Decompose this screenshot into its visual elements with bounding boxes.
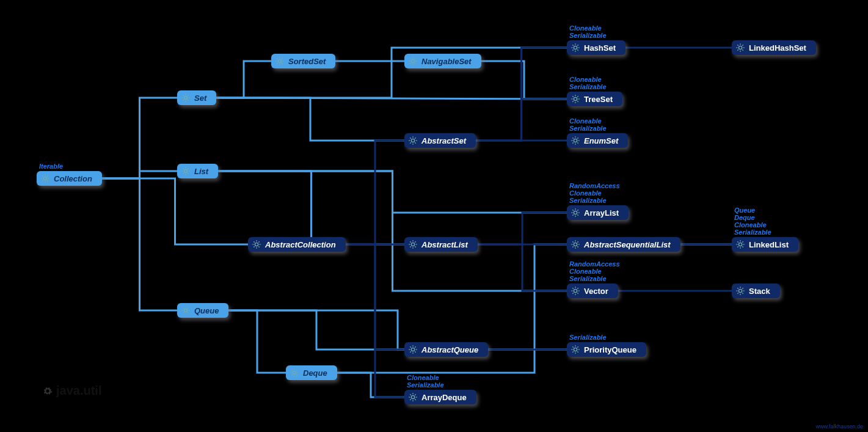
node-treeset[interactable]: TreeSet <box>567 92 622 106</box>
node-enumset[interactable]: EnumSet <box>567 133 628 148</box>
node-list[interactable]: List <box>177 164 218 178</box>
svg-line-32 <box>183 307 183 308</box>
svg-point-54 <box>255 243 258 246</box>
gear-icon <box>735 240 745 249</box>
svg-line-194 <box>737 288 738 288</box>
annotation-treeset: CloneableSerializable <box>569 76 607 90</box>
edge-deque-arraydeque <box>337 373 404 397</box>
node-linkedhashset[interactable]: LinkedHashSet <box>732 40 816 55</box>
svg-line-24 <box>188 173 188 174</box>
node-set[interactable]: Set <box>177 90 216 105</box>
svg-point-81 <box>411 243 414 246</box>
svg-line-41 <box>277 58 277 59</box>
svg-point-135 <box>574 211 577 214</box>
svg-line-141 <box>577 214 578 215</box>
svg-line-8 <box>47 175 48 176</box>
node-stack[interactable]: Stack <box>732 284 780 298</box>
node-abstractlist[interactable]: AbstractList <box>404 237 478 252</box>
node-name: Stack <box>749 287 770 296</box>
svg-point-153 <box>574 289 577 292</box>
svg-line-149 <box>572 241 573 242</box>
svg-line-62 <box>258 241 259 242</box>
edge-list-vector <box>218 171 567 291</box>
edge-abstractcollection-arraydeque <box>346 244 404 397</box>
svg-line-15 <box>188 100 188 100</box>
svg-line-105 <box>415 399 415 400</box>
gear-icon <box>408 240 418 249</box>
edge-queue-deque <box>228 310 286 373</box>
gear-icon <box>571 43 580 53</box>
svg-line-6 <box>47 180 48 181</box>
annotation-enumset: CloneableSerializable <box>569 117 607 132</box>
svg-line-188 <box>742 241 743 242</box>
edge-queue-abstractqueue <box>228 310 404 350</box>
svg-point-162 <box>574 348 577 351</box>
edge-deque-linkedlist <box>337 244 732 373</box>
edge-abstractset-treeset <box>476 99 567 141</box>
gear-icon <box>571 208 580 218</box>
svg-line-77 <box>410 137 410 138</box>
node-linkedlist[interactable]: LinkedList <box>732 237 798 252</box>
annotation-vector: RandomAccessCloneableSerializable <box>569 260 620 282</box>
svg-line-44 <box>282 58 282 59</box>
gear-icon <box>571 240 580 249</box>
svg-point-99 <box>411 395 414 398</box>
svg-line-14 <box>183 95 183 95</box>
svg-line-87 <box>415 246 415 247</box>
gear-icon <box>275 56 285 66</box>
node-name: AbstractCollection <box>265 240 336 249</box>
svg-line-78 <box>415 142 415 143</box>
node-vector[interactable]: Vector <box>567 284 618 298</box>
svg-line-185 <box>737 241 738 242</box>
node-abstractqueue[interactable]: AbstractQueue <box>404 342 488 357</box>
svg-line-97 <box>410 351 410 352</box>
package-name: java.util <box>56 384 101 398</box>
svg-point-18 <box>184 169 187 172</box>
node-collection[interactable]: Collection <box>37 171 102 186</box>
edge-abstractlist-vector <box>478 244 567 291</box>
node-name: AbstractList <box>421 240 468 249</box>
node-queue[interactable]: Queue <box>177 303 228 318</box>
edge-collection-abstractcollection <box>102 178 248 244</box>
node-sortedset[interactable]: SortedSet <box>271 54 335 68</box>
node-abstractcollection[interactable]: AbstractCollection <box>248 237 346 252</box>
node-abstractsequentiallist[interactable]: AbstractSequentialList <box>567 237 680 252</box>
svg-point-180 <box>739 243 742 246</box>
node-name: Collection <box>54 174 92 183</box>
svg-point-27 <box>184 309 187 312</box>
gear-icon <box>252 240 261 249</box>
node-deque[interactable]: Deque <box>286 365 337 380</box>
node-priorityqueue[interactable]: PriorityQueue <box>567 342 646 357</box>
svg-line-195 <box>742 293 743 293</box>
svg-line-53 <box>296 370 297 370</box>
annotation-hashset: CloneableSerializable <box>569 24 607 39</box>
svg-line-60 <box>258 246 259 247</box>
annotation-priorityqueue: Serializable <box>569 334 607 341</box>
svg-line-95 <box>410 346 410 347</box>
svg-line-61 <box>253 246 254 247</box>
credit-link[interactable]: www.falkhausen.de <box>815 423 863 430</box>
node-arraydeque[interactable]: ArrayDeque <box>404 390 476 405</box>
svg-line-35 <box>188 307 188 308</box>
svg-line-161 <box>577 288 578 288</box>
edge-navigableset-treeset <box>481 61 567 99</box>
node-navigableset[interactable]: NavigableSet <box>404 54 481 68</box>
node-arraylist[interactable]: ArrayList <box>567 205 629 220</box>
svg-point-189 <box>739 289 742 292</box>
gear-icon <box>571 94 580 104</box>
svg-line-122 <box>572 96 573 97</box>
gear-icon <box>181 93 191 103</box>
svg-line-23 <box>183 168 183 169</box>
svg-line-71 <box>415 58 415 59</box>
svg-line-104 <box>410 394 410 395</box>
node-abstractset[interactable]: AbstractSet <box>404 133 476 148</box>
svg-point-45 <box>293 371 296 374</box>
svg-line-132 <box>577 142 578 143</box>
node-name: AbstractSet <box>421 136 466 145</box>
svg-line-43 <box>277 63 277 64</box>
node-hashset[interactable]: HashSet <box>567 40 625 55</box>
gear-icon <box>735 43 745 53</box>
gear-icon <box>408 136 418 145</box>
edge-queue-priorityqueue <box>228 310 567 350</box>
svg-line-96 <box>415 351 415 352</box>
